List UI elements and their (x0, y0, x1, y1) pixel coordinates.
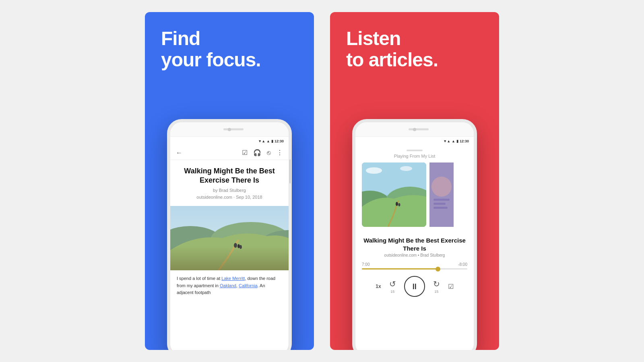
player-card-svg (362, 162, 426, 227)
progress-fill (362, 268, 438, 269)
player-card-secondary[interactable] (429, 162, 454, 227)
svg-point-13 (396, 202, 398, 206)
player-controls: 1x ↺ 15 ⏸ ↻ 15 ☑ (355, 273, 474, 303)
svg-rect-18 (433, 203, 446, 205)
headphones-icon[interactable]: 🎧 (253, 149, 261, 156)
link-oakland[interactable]: Oakland (220, 283, 236, 288)
drag-handle[interactable] (407, 150, 423, 151)
article-body: I spend a lot of time at Lake Merritt, d… (170, 270, 289, 301)
share-icon[interactable]: ⎋ (267, 149, 271, 156)
time-remaining: -8:00 (458, 262, 467, 267)
status-icons: ▼▲ ▲ ▮ 12:30 (258, 139, 284, 143)
article-meta: by Brad Stulberg outsideonline.com · Sep… (170, 187, 289, 206)
rewind-icon: ↺ (389, 279, 396, 289)
status-bar: ▼▲ ▲ ▮ 12:30 (170, 137, 289, 146)
pause-icon: ⏸ (411, 282, 419, 291)
right-phone-speaker (409, 128, 429, 130)
right-phone-wrapper: ▼▲ ▲ ▮ 12:30 Playing From My List (352, 119, 477, 350)
article-author: by Brad Stulberg (178, 187, 281, 194)
left-phone: ▼▲ ▲ ▮ 12:30 ← ☑ 🎧 (167, 119, 292, 350)
article-toolbar: ← ☑ 🎧 ⎋ ⋮ (170, 146, 289, 160)
more-icon[interactable]: ⋮ (277, 149, 283, 156)
progress-track[interactable] (362, 268, 467, 269)
signal-icon: ▼▲ (258, 139, 265, 143)
right-status-icons: ▼▲ ▲ ▮ 12:30 (443, 139, 469, 143)
scroll-indicator (289, 159, 291, 350)
article-title: Walking Might Be the Best Exercise There… (170, 160, 289, 187)
left-headline-line2: your focus. (161, 49, 261, 70)
phone-speaker (223, 128, 244, 130)
phone-top-bar (170, 122, 289, 137)
progress-thumb (436, 267, 440, 272)
player-cards (355, 162, 474, 232)
progress-times: 7:00 -8:00 (362, 262, 467, 267)
svg-point-10 (400, 166, 412, 171)
article-source: outsideonline.com · Sep 10, 2018 (178, 194, 281, 201)
rewind-button[interactable]: ↺ 15 (389, 279, 396, 294)
forward-button[interactable]: ↻ 15 (433, 279, 440, 294)
right-status-bar: ▼▲ ▲ ▮ 12:30 (355, 137, 474, 146)
left-headline-line1: Find (161, 28, 200, 49)
right-wifi-icon: ▲ (452, 139, 455, 143)
right-phone-top-bar (355, 122, 474, 137)
scroll-thumb (289, 159, 291, 183)
rewind-label: 15 (390, 290, 394, 294)
back-button[interactable]: ← (176, 149, 182, 156)
wifi-icon: ▲ (266, 139, 270, 143)
article-image (170, 206, 289, 270)
player-song-title: Walking Might Be the Best Exercise There… (355, 232, 474, 253)
right-headline-line1: Listen (346, 28, 400, 49)
svg-point-9 (366, 167, 382, 174)
player-content: Playing From My List (355, 146, 474, 350)
right-phone-camera (413, 128, 416, 131)
left-panel: Find your focus. ▼▲ ▲ ▮ 12:30 (145, 12, 314, 350)
time-display: 12:30 (275, 139, 284, 143)
right-time-display: 12:30 (460, 139, 469, 143)
progress-bar-container: 7:00 -8:00 (355, 262, 474, 269)
forward-label: 15 (434, 290, 438, 294)
secondary-card-svg (429, 162, 454, 227)
svg-rect-17 (433, 199, 450, 201)
image-overlay (170, 246, 289, 270)
toolbar-right: ☑ 🎧 ⎋ ⋮ (242, 149, 283, 156)
speed-button[interactable]: 1x (376, 284, 381, 289)
main-layout: Find your focus. ▼▲ ▲ ▮ 12:30 (0, 0, 644, 362)
left-headline: Find your focus. (161, 28, 298, 71)
svg-point-14 (398, 203, 400, 206)
article-content: ← ☑ 🎧 ⎋ ⋮ Walking Might Be the Best Exer… (170, 146, 289, 350)
right-panel: Listen to articles. ▼▲ ▲ ▮ 12:30 (330, 12, 499, 350)
battery-icon: ▮ (271, 139, 273, 143)
forward-icon: ↻ (433, 279, 440, 289)
right-phone: ▼▲ ▲ ▮ 12:30 Playing From My List (352, 119, 477, 350)
player-card-main[interactable] (362, 162, 426, 227)
right-headline: Listen to articles. (346, 28, 483, 71)
link-california[interactable]: California (239, 283, 257, 288)
right-signal-icon: ▼▲ (443, 139, 450, 143)
link-lake-merritt[interactable]: Lake Merritt (221, 276, 245, 281)
bookmark-icon[interactable]: ☑ (242, 149, 248, 156)
player-bookmark-icon[interactable]: ☑ (448, 283, 454, 290)
left-phone-wrapper: ▼▲ ▲ ▮ 12:30 ← ☑ 🎧 (167, 119, 292, 350)
player-song-meta: outsideonline.com • Brad Stulberg (355, 253, 474, 262)
pause-button[interactable]: ⏸ (404, 276, 425, 297)
svg-rect-19 (433, 207, 448, 209)
player-label: Playing From My List (355, 154, 474, 162)
time-elapsed: 7:00 (362, 262, 369, 267)
svg-point-16 (431, 177, 452, 197)
right-headline-line2: to articles. (346, 49, 438, 70)
right-battery-icon: ▮ (456, 139, 458, 143)
phone-camera (228, 128, 231, 131)
